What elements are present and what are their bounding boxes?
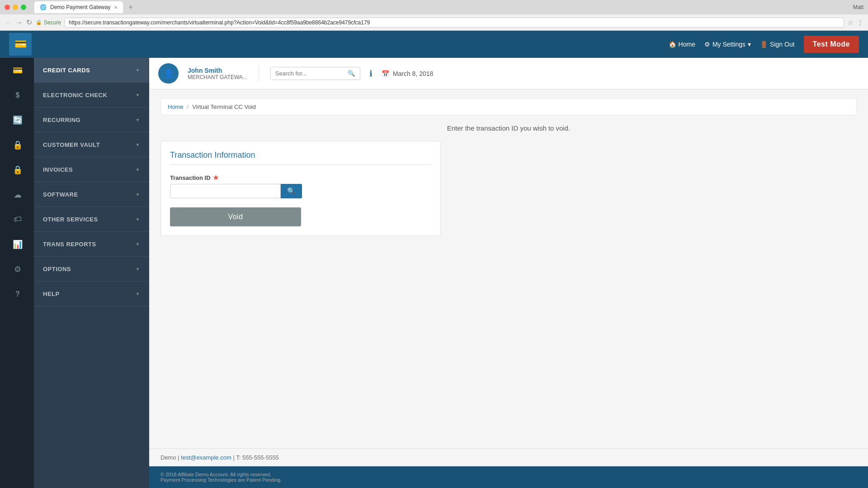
settings-nav-label: My Settings [712, 41, 745, 48]
home-nav-label: Home [679, 41, 695, 48]
sidebar-item-software[interactable]: SOFTWARE ▼ [34, 182, 149, 207]
transaction-info-form: Transaction Information Transaction ID ★… [160, 141, 441, 236]
signout-nav-link[interactable]: 🚪 Sign Out [760, 41, 794, 48]
settings-nav-link[interactable]: ⚙ My Settings ▾ [704, 41, 751, 48]
browser-action-icons: ☆ ⋮ [848, 19, 863, 26]
chevron-down-icon: ▼ [136, 142, 140, 147]
sidebar-labels: CREDIT CARDS ▼ ELECTRONIC CHECK ▼ RECURR… [34, 58, 149, 488]
maximize-window-button[interactable] [21, 5, 26, 10]
user-name: John Smith [188, 67, 247, 74]
minimize-window-button[interactable] [13, 5, 18, 10]
sidebar-item-customer-vault[interactable]: CUSTOMER VAULT ▼ [34, 132, 149, 157]
browser-user: Matt [853, 4, 863, 10]
sidebar-label-electronic-check: ELECTRONIC CHECK [43, 92, 107, 99]
sidebar-label-trans-reports: TRANS REPORTS [43, 241, 96, 248]
address-bar[interactable]: https://secure.transactiongateway.com/me… [65, 18, 844, 28]
footer-bar: Demo | test@example.com | T: 555-555-555… [149, 448, 868, 466]
sidebar-label-recurring: RECURRING [43, 117, 80, 123]
info-icon[interactable]: ℹ [369, 69, 373, 79]
browser-window-controls [5, 5, 26, 10]
sidebar-icon-other-services[interactable]: 🏷 [0, 207, 34, 232]
transaction-id-group: Transaction ID ★ 🔍 [170, 174, 431, 198]
avatar-icon: 👤 [164, 69, 174, 79]
sidebar-icon-software[interactable]: ☁ [0, 182, 34, 207]
top-nav-left: 💳 [9, 33, 36, 56]
chevron-down-icon: ▼ [136, 117, 140, 122]
sidebar-icon-trans-reports[interactable]: 📊 [0, 232, 34, 257]
footer-email-link[interactable]: test@example.com [181, 454, 231, 461]
signout-nav-label: Sign Out [770, 41, 794, 48]
sidebar-item-other-services[interactable]: OTHER SERVICES ▼ [34, 207, 149, 232]
sidebar-icon-help[interactable]: ? [0, 282, 34, 306]
refresh-button[interactable]: ↻ [26, 18, 32, 27]
void-button[interactable]: Void [170, 207, 301, 226]
browser-titlebar: 🌐 Demo Payment Gateway ✕ + Matt [0, 0, 868, 14]
new-tab-button[interactable]: + [128, 3, 132, 11]
avatar: 👤 [158, 63, 179, 84]
sidebar-label-software: SOFTWARE [43, 191, 78, 198]
forward-button[interactable]: → [15, 19, 23, 27]
sidebar-icon-recurring[interactable]: 🔄 [0, 108, 34, 132]
chevron-down-icon: ▼ [136, 192, 140, 197]
transaction-search-button[interactable]: 🔍 [281, 184, 302, 198]
breadcrumb-home-link[interactable]: Home [168, 103, 184, 110]
footer-patent: Payment Processing Technologies are Pate… [160, 477, 857, 483]
back-button[interactable]: ← [5, 19, 12, 27]
sidebar-item-invoices[interactable]: INVOICES ▼ [34, 157, 149, 182]
right-panel: 👤 John Smith MERCHANT GATEWA... 🔍 ℹ 📅 Ma… [149, 58, 868, 488]
search-box: 🔍 [270, 67, 360, 80]
signout-icon: 🚪 [760, 41, 768, 48]
sidebar-icon-electronic-check[interactable]: $ [0, 83, 34, 108]
search-input[interactable] [271, 67, 343, 80]
transaction-id-input-group: 🔍 [170, 184, 431, 198]
browser-tab[interactable]: 🌐 Demo Payment Gateway ✕ [34, 1, 123, 13]
chevron-down-icon: ▼ [136, 267, 140, 272]
date-label: March 8, 2018 [393, 70, 434, 77]
main-content: 💳 $ 🔄 🔒 🔒 ☁ 🏷 📊 ⚙ ? CREDIT CARDS ▼ ELECT… [0, 58, 868, 488]
sidebar-item-help[interactable]: HELP ▼ [34, 282, 149, 306]
sidebar-item-options[interactable]: OPTIONS ▼ [34, 257, 149, 282]
sidebar-icon-customer-vault[interactable]: 🔒 [0, 132, 34, 157]
sidebar-icon-options[interactable]: ⚙ [0, 257, 34, 282]
app-wrapper: 💳 🏠 Home ⚙ My Settings ▾ 🚪 Sign Out Test… [0, 31, 868, 488]
settings-chevron-icon: ▾ [748, 41, 751, 48]
sidebar-item-electronic-check[interactable]: ELECTRONIC CHECK ▼ [34, 83, 149, 108]
chevron-down-icon: ▼ [136, 217, 140, 222]
breadcrumb-separator: / [187, 103, 189, 110]
sidebar-item-trans-reports[interactable]: TRANS REPORTS ▼ [34, 232, 149, 257]
close-window-button[interactable] [5, 5, 10, 10]
breadcrumb: Home / Virtual Terminal CC Void [160, 99, 857, 115]
gear-icon: ⚙ [704, 41, 710, 48]
footer-copyright: © 2018 Affiliate Demo Account. All right… [160, 472, 857, 477]
sidebar-label-invoices: INVOICES [43, 166, 73, 173]
content-area: Home / Virtual Terminal CC Void Enter th… [149, 89, 868, 448]
browser-chrome: 🌐 Demo Payment Gateway ✕ + Matt ← → ↻ 🔒 … [0, 0, 868, 31]
sidebar-icons: 💳 $ 🔄 🔒 🔒 ☁ 🏷 📊 ⚙ ? [0, 58, 34, 488]
bookmark-icon[interactable]: ☆ [848, 19, 854, 26]
sidebar-label-help: HELP [43, 291, 60, 297]
sidebar-icon-credit-cards[interactable]: 💳 [0, 58, 34, 83]
chevron-down-icon: ▼ [136, 167, 140, 172]
home-nav-link[interactable]: 🏠 Home [669, 41, 695, 48]
search-button[interactable]: 🔍 [343, 67, 360, 80]
chevron-down-icon: ▼ [136, 291, 140, 296]
user-info: John Smith MERCHANT GATEWA... [188, 67, 247, 80]
sidebar-item-credit-cards[interactable]: CREDIT CARDS ▼ [34, 58, 149, 83]
sidebar-label-customer-vault: CUSTOMER VAULT [43, 141, 100, 148]
home-nav-icon: 🏠 [669, 41, 676, 48]
sidebar-item-recurring[interactable]: RECURRING ▼ [34, 108, 149, 132]
sidebar-label-other-services: OTHER SERVICES [43, 216, 98, 223]
transaction-id-input[interactable] [170, 184, 281, 198]
breadcrumb-current: Virtual Terminal CC Void [192, 103, 255, 110]
top-navigation: 💳 🏠 Home ⚙ My Settings ▾ 🚪 Sign Out Test… [0, 31, 868, 58]
merchant-name: MERCHANT GATEWA... [188, 74, 247, 80]
menu-icon[interactable]: ⋮ [857, 19, 863, 26]
tab-close-icon[interactable]: ✕ [114, 5, 118, 10]
chevron-down-icon: ▼ [136, 93, 140, 98]
top-nav-right: 🏠 Home ⚙ My Settings ▾ 🚪 Sign Out Test M… [669, 36, 859, 53]
sidebar-icon-invoices[interactable]: 🔒 [0, 157, 34, 182]
lock-icon: 🔒 [36, 19, 42, 25]
footer-bottom: © 2018 Affiliate Demo Account. All right… [149, 466, 868, 488]
test-mode-button[interactable]: Test Mode [804, 36, 859, 53]
footer-demo-text: Demo [160, 454, 176, 461]
